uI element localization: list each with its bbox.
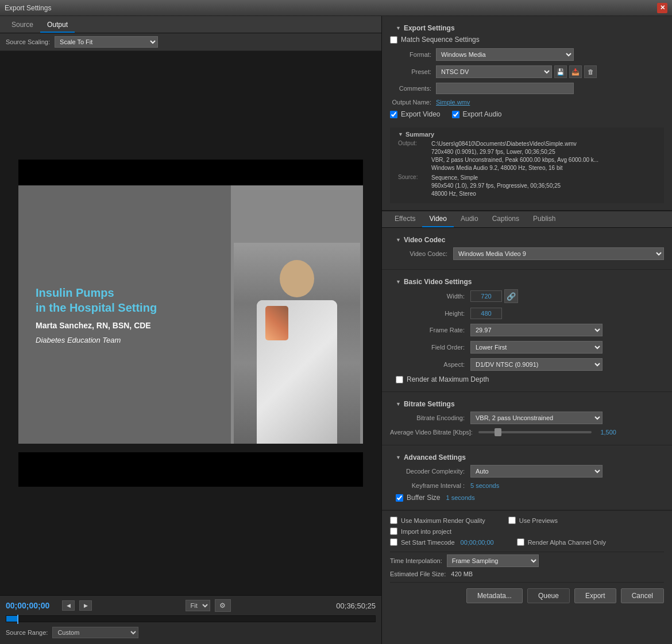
video-black-mid xyxy=(18,444,363,452)
video-black-bottom xyxy=(18,452,363,487)
bitrate-settings: ▼ Bitrate Settings Bitrate Encoding: VBR… xyxy=(382,392,672,445)
source-range-select[interactable]: Custom xyxy=(52,627,138,638)
close-button[interactable]: ✕ xyxy=(657,3,667,13)
import-project-row: Import into project xyxy=(390,527,664,535)
buffer-size-checkbox[interactable] xyxy=(396,494,403,502)
action-buttons: Metadata... Queue Export Cancel xyxy=(390,585,664,607)
settings-icon-btn[interactable]: ⚙ xyxy=(215,599,231,612)
fit-select[interactable]: Fit xyxy=(186,600,210,611)
export-settings-header[interactable]: ▼ Export Settings xyxy=(390,21,664,36)
delete-preset-btn[interactable]: 🗑 xyxy=(584,65,597,78)
render-alpha-row: Render Alpha Channel Only xyxy=(517,538,606,546)
video-codec-row: Video Codec: Windows Media Video 9 xyxy=(390,247,664,260)
use-previews-checkbox[interactable] xyxy=(508,517,516,524)
buffer-size-row: Buffer Size 1 seconds xyxy=(390,494,664,502)
summary-source-label: Source: xyxy=(398,174,427,198)
export-settings-title: Export Settings xyxy=(404,24,455,32)
use-max-render-checkbox[interactable] xyxy=(390,517,397,524)
tab-source[interactable]: Source xyxy=(5,18,40,33)
basic-video-settings: ▼ Basic Video Settings Width: 🔗 Height: … xyxy=(382,270,672,392)
play-forward-btn[interactable]: ▶ xyxy=(79,600,92,611)
basic-video-header[interactable]: ▼ Basic Video Settings xyxy=(390,274,664,289)
format-row: Format: Windows Media xyxy=(390,48,664,61)
field-order-row: Field Order: Lower First xyxy=(390,341,664,354)
source-scaling-select[interactable]: Scale To Fit xyxy=(55,36,158,48)
metadata-button[interactable]: Metadata... xyxy=(466,588,523,603)
export-button[interactable]: Export xyxy=(574,588,616,603)
set-start-timecode-checkbox[interactable] xyxy=(390,538,397,546)
preset-row: Preset: NTSC DV 💾 📥 🗑 xyxy=(390,65,664,78)
import-project-label: Import into project xyxy=(401,528,451,535)
file-size-label: Estimated File Size: xyxy=(390,571,446,577)
time-interpolation-row: Time Interpolation: Frame Sampling xyxy=(390,554,664,567)
cancel-button[interactable]: Cancel xyxy=(621,588,664,603)
tab-output[interactable]: Output xyxy=(40,18,75,33)
set-start-timecode-row: Set Start Timecode 00;00;00;00 xyxy=(390,538,494,546)
frame-rate-select[interactable]: 29.97 xyxy=(470,324,603,336)
match-sequence-label: Match Sequence Settings xyxy=(401,36,480,44)
decoder-complexity-select[interactable]: Auto xyxy=(470,465,603,478)
codec-arrow-icon: ▼ xyxy=(396,237,401,243)
import-preset-btn[interactable]: 📥 xyxy=(569,65,582,78)
video-codec-title: Video Codec xyxy=(404,236,445,244)
export-video-checkbox[interactable] xyxy=(390,111,397,118)
queue-button[interactable]: Queue xyxy=(527,588,570,603)
match-sequence-row: Match Sequence Settings xyxy=(390,36,664,44)
bitrate-header[interactable]: ▼ Bitrate Settings xyxy=(390,397,664,412)
file-size-row: Estimated File Size: 420 MB xyxy=(390,571,664,577)
height-input[interactable] xyxy=(470,308,502,319)
render-alpha-checkbox[interactable] xyxy=(517,538,524,546)
save-preset-btn[interactable]: 💾 xyxy=(554,65,567,78)
video-codec-section: ▼ Video Codec Video Codec: Windows Media… xyxy=(382,228,672,270)
advanced-settings-header[interactable]: ▼ Advanced Settings xyxy=(390,450,664,465)
frame-rate-label: Frame Rate: xyxy=(390,327,470,333)
video-codec-header[interactable]: ▼ Video Codec xyxy=(390,232,664,247)
preset-select[interactable]: NTSC DV xyxy=(436,65,552,78)
tab-publish[interactable]: Publish xyxy=(526,211,562,227)
comments-row: Comments: xyxy=(390,83,664,94)
format-select[interactable]: Windows Media xyxy=(436,48,574,61)
export-settings-top: ▼ Export Settings Match Sequence Setting… xyxy=(382,16,672,211)
keyframe-interval-row: Keyframe Interval : 5 seconds xyxy=(390,482,664,489)
tab-video[interactable]: Video xyxy=(422,211,453,227)
tab-audio[interactable]: Audio xyxy=(454,211,485,227)
summary-output-label: Output: xyxy=(398,140,427,172)
match-sequence-checkbox[interactable] xyxy=(390,36,397,44)
link-dimensions-icon[interactable]: 🔗 xyxy=(504,289,518,303)
bitrate-encoding-select[interactable]: VBR, 2 pass Unconstrained xyxy=(470,412,603,424)
render-max-depth-checkbox[interactable] xyxy=(396,376,403,383)
play-back-btn[interactable]: ◀ xyxy=(62,600,75,611)
video-codec-label: Video Codec: xyxy=(390,250,453,257)
avg-bitrate-label: Average Video Bitrate [Kbps]: xyxy=(390,429,478,436)
timeline-slider-fill xyxy=(6,616,17,622)
preset-label: Preset: xyxy=(390,68,436,75)
render-max-depth-label: Render at Maximum Depth xyxy=(407,375,489,383)
field-order-select[interactable]: Lower First xyxy=(470,341,603,354)
file-size-value: 420 MB xyxy=(451,571,473,577)
bitrate-arrow-icon: ▼ xyxy=(396,401,401,407)
output-name-link[interactable]: Simple.wmv xyxy=(436,99,470,106)
set-start-timecode-label: Set Start Timecode xyxy=(401,539,455,546)
format-label: Format: xyxy=(390,51,436,58)
time-interpolation-select[interactable]: Frame Sampling xyxy=(447,554,539,567)
comments-input[interactable] xyxy=(436,83,574,94)
tab-captions[interactable]: Captions xyxy=(485,211,526,227)
video-preview: Insulin Pumps in the Hospital Setting Ma… xyxy=(18,160,363,487)
decoder-complexity-label: Decoder Complexity: xyxy=(390,468,470,475)
set-start-timecode-value: 00;00;00;00 xyxy=(461,539,494,546)
video-codec-select[interactable]: Windows Media Video 9 xyxy=(453,247,664,260)
aspect-select[interactable]: D1/DV NTSC (0.9091) xyxy=(470,358,603,371)
summary-header[interactable]: ▼ Summary xyxy=(398,131,656,138)
width-input[interactable] xyxy=(470,290,502,302)
bitrate-slider[interactable] xyxy=(478,431,592,433)
render-alpha-label: Render Alpha Channel Only xyxy=(528,539,606,546)
export-audio-checkbox[interactable] xyxy=(452,111,459,118)
summary-output-value: C:\Users\g08410\Documents\DiabetesVideo\… xyxy=(431,140,598,172)
use-max-render-label: Use Maximum Render Quality xyxy=(401,517,485,524)
import-project-checkbox[interactable] xyxy=(390,527,397,535)
tab-effects[interactable]: Effects xyxy=(388,211,422,227)
left-panel: Source Output Source Scaling: Scale To F… xyxy=(0,16,382,644)
buffer-size-value: 1 seconds xyxy=(446,494,474,501)
timeline-slider[interactable] xyxy=(6,615,376,622)
timeline-marker xyxy=(17,615,18,624)
